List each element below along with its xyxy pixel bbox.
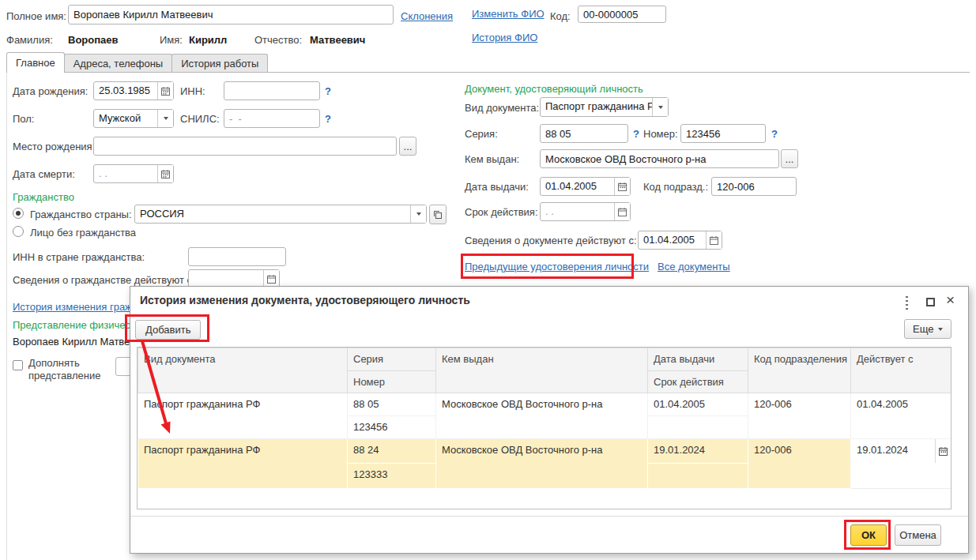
table-header-number: Номер [348, 371, 436, 393]
birth-place-browse-button[interactable]: ... [399, 137, 416, 156]
cell-dept-code[interactable]: 120-006 [748, 439, 851, 489]
tab-work-history[interactable]: История работы [171, 54, 268, 73]
stateless-radio[interactable] [13, 226, 24, 237]
doc-type-select[interactable]: Паспорт гражданина РФ [540, 97, 669, 117]
cell-doc-type[interactable]: Паспорт гражданина РФ [138, 439, 348, 489]
calendar-icon[interactable] [614, 178, 630, 195]
calendar-icon[interactable] [706, 231, 722, 249]
calendar-icon[interactable] [263, 270, 279, 288]
inn-help[interactable]: ? [325, 85, 331, 97]
code-label: Код: [550, 10, 571, 22]
citizenship-country-open-button[interactable] [429, 205, 447, 224]
append-presentation-label-line2: представление [28, 370, 100, 381]
validity-input[interactable]: . . [540, 202, 631, 221]
table-row: Паспорт гражданина РФ 88 05 Московское О… [138, 393, 952, 416]
chevron-down-icon[interactable] [652, 98, 668, 116]
form-left-frame [6, 73, 7, 560]
cell-series[interactable]: 88 24 [348, 439, 436, 464]
foreign-inn-input[interactable] [188, 247, 286, 266]
full-name-input[interactable] [68, 5, 394, 24]
all-documents-link[interactable]: Все документы [658, 261, 730, 272]
dialog-title: История изменения документа, удостоверяю… [140, 294, 470, 306]
birth-place-input[interactable] [93, 137, 397, 156]
history-table: Вид документа Серия Кем выдан Дата выдач… [138, 348, 952, 508]
code-input[interactable] [578, 6, 666, 23]
history-dialog: История изменения документа, удостоверяю… [130, 286, 969, 554]
issued-by-label: Кем выдан: [465, 153, 519, 165]
patronymic-label: Отчество: [254, 34, 302, 46]
patronymic-value: Матвеевич [310, 34, 365, 46]
stateless-label: Лицо без гражданства [30, 227, 136, 239]
cell-number[interactable]: 123333 [348, 464, 436, 489]
calendar-icon[interactable] [157, 82, 173, 100]
number-input[interactable] [680, 124, 766, 143]
issue-date-input[interactable]: 01.04.2005 [540, 177, 631, 196]
calendar-icon[interactable] [157, 165, 173, 182]
name-label: Имя: [160, 34, 183, 46]
cell-issue-date[interactable]: 19.01.2024 [648, 439, 748, 464]
gender-select[interactable]: Мужской [93, 109, 174, 128]
table-header-dept-code: Код подразделения [748, 348, 851, 393]
tab-addresses[interactable]: Адреса, телефоны [64, 54, 173, 73]
cell-issue-date[interactable]: 01.04.2005 [648, 393, 748, 416]
declensions-link[interactable]: Склонения [401, 10, 453, 22]
cell-series[interactable]: 88 05 [348, 393, 436, 416]
foreign-inn-label: ИНН в стране гражданства: [13, 251, 145, 263]
death-date-label: Дата смерти: [13, 168, 75, 180]
chevron-down-icon[interactable] [157, 110, 173, 127]
inn-input[interactable] [224, 81, 320, 100]
snils-help[interactable]: ? [325, 113, 331, 125]
table-row-editing: Паспорт гражданина РФ 88 24 Московское О… [138, 439, 952, 464]
tab-main[interactable]: Главное [6, 52, 65, 73]
surname-value: Воропаев [68, 34, 119, 46]
name-value: Кирилл [189, 34, 227, 46]
snils-input[interactable] [224, 109, 320, 128]
cell-dept-code[interactable]: 120-006 [748, 393, 851, 439]
previous-ids-link[interactable]: Предыдущие удостоверения личности [465, 261, 649, 272]
cell-valid-from-editing[interactable]: 19.01.2024 [851, 439, 952, 489]
gender-label: Пол: [13, 113, 35, 125]
ok-button[interactable]: ОК [850, 524, 887, 546]
series-input[interactable] [540, 124, 628, 143]
full-name-label: Полное имя: [6, 10, 66, 22]
more-menu-icon[interactable] [906, 296, 908, 310]
citizenship-country-label: Гражданство страны: [30, 209, 132, 220]
issued-by-browse-button[interactable]: ... [781, 149, 798, 168]
tabbar-underline [6, 72, 970, 73]
change-fio-link[interactable]: Изменить ФИО [472, 8, 545, 20]
birth-date-label: Дата рождения: [13, 85, 88, 97]
citizenship-section-title: Гражданство [13, 191, 74, 203]
fio-history-link[interactable]: История ФИО [472, 32, 537, 43]
cell-doc-type[interactable]: Паспорт гражданина РФ [138, 393, 348, 439]
maximize-icon[interactable] [926, 298, 935, 306]
doc-section-title: Документ, удостоверяющий личность [465, 83, 643, 95]
history-table-frame: Вид документа Серия Кем выдан Дата выдач… [137, 347, 952, 509]
number-help[interactable]: ? [771, 128, 778, 140]
cell-issued-by[interactable]: Московское ОВД Восточного р-на [436, 393, 648, 439]
cell-validity[interactable] [648, 464, 748, 489]
chevron-down-icon[interactable] [410, 205, 426, 223]
cell-validity[interactable] [648, 416, 748, 439]
death-date-input[interactable]: . . [93, 164, 174, 183]
calendar-icon[interactable] [614, 203, 630, 220]
cancel-button[interactable]: Отмена [895, 524, 941, 546]
calendar-icon[interactable] [935, 439, 951, 463]
issued-by-input[interactable] [540, 149, 779, 168]
dept-code-label: Код подразд.: [643, 181, 708, 193]
cell-valid-from[interactable]: 01.04.2005 [851, 393, 952, 439]
append-presentation-checkbox[interactable] [13, 360, 23, 370]
doc-valid-from-input[interactable]: 01.04.2005 [638, 231, 722, 250]
birth-date-input[interactable]: 25.03.1985 [93, 81, 174, 100]
cell-issued-by[interactable]: Московское ОВД Восточного р-на [436, 439, 648, 489]
more-button[interactable]: Еще [904, 319, 952, 339]
dept-code-input[interactable] [711, 177, 797, 196]
cell-number[interactable]: 123456 [348, 416, 436, 439]
append-presentation-label-line1: Дополнять [28, 357, 80, 369]
close-icon[interactable]: × [946, 294, 955, 306]
doc-type-label: Вид документа: [465, 102, 539, 114]
citizenship-country-select[interactable]: РОССИЯ [134, 205, 427, 224]
citizenship-country-radio[interactable] [13, 208, 24, 219]
series-help[interactable]: ? [633, 128, 639, 140]
citizenship-valid-from-label: Сведения о гражданстве действуют с: [13, 274, 195, 286]
add-button[interactable]: Добавить [135, 320, 201, 340]
